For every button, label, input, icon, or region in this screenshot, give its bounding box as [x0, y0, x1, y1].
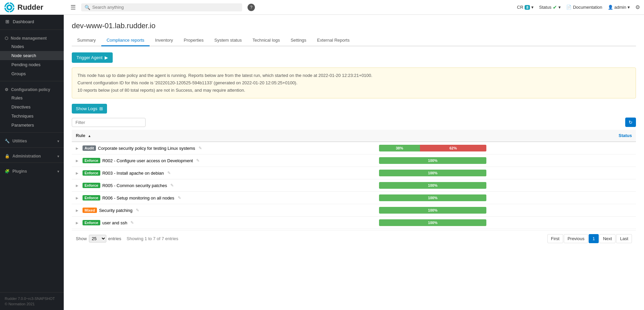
page-btn-first[interactable]: First: [547, 234, 563, 243]
tab-properties[interactable]: Properties: [178, 35, 209, 46]
tab-compliance-reports[interactable]: Compliance reports: [101, 35, 150, 46]
sidebar-node-management-header[interactable]: ⬡ Node management: [0, 33, 64, 42]
docs-button[interactable]: 📄 Documentation: [566, 5, 602, 10]
edit-icon[interactable]: ✎: [170, 183, 174, 188]
sidebar-item-groups[interactable]: Groups: [0, 69, 64, 78]
col-rule-header[interactable]: Rule ▲: [72, 130, 375, 142]
tab-settings[interactable]: Settings: [285, 35, 312, 46]
rule-name: R005 - Common security patches: [102, 183, 167, 188]
tab-technical-logs[interactable]: Technical logs: [247, 35, 285, 46]
sidebar-pending-nodes-label: Pending nodes: [11, 62, 41, 67]
progress-success: 100%: [379, 207, 486, 214]
sidebar-config-policy-header[interactable]: ⚙ Configuration policy: [0, 84, 64, 93]
status-cell-6: 100%: [375, 217, 636, 229]
sidebar-item-pending-nodes[interactable]: Pending nodes: [0, 60, 64, 69]
sidebar-item-node-search[interactable]: Node search: [0, 51, 64, 60]
table-body: ▶AuditCorporate security policy for test…: [72, 142, 636, 229]
search-bar[interactable]: 🔍: [81, 3, 242, 11]
sidebar-groups-label: Groups: [11, 71, 26, 76]
sidebar-item-parameters[interactable]: Parameters: [0, 121, 64, 130]
edit-icon[interactable]: ✎: [199, 146, 202, 150]
hamburger-icon[interactable]: ☰: [70, 4, 76, 11]
sidebar-node-search-label: Node search: [11, 53, 36, 58]
sidebar-item-nodes[interactable]: Nodes: [0, 42, 64, 51]
edit-icon[interactable]: ✎: [136, 208, 139, 213]
alert-line2: Current configuration ID for this node i…: [77, 79, 630, 87]
entries-info: Showing 1 to 7 of 7 entries: [127, 236, 178, 241]
divider-3: [0, 132, 64, 133]
sidebar-utilities-header[interactable]: 🔧 Utilities ▾: [0, 135, 64, 145]
progress-bar: 100%: [379, 194, 486, 201]
tab-summary[interactable]: Summary: [72, 35, 101, 46]
refresh-button[interactable]: ↻: [625, 118, 636, 127]
sidebar-config-section: ⚙ Configuration policy Rules Directives …: [0, 83, 64, 131]
badge-enforce: Enforce: [83, 183, 100, 188]
badge-enforce: Enforce: [83, 195, 100, 201]
main-content: dev-www-01.lab.rudder.io SummaryComplian…: [64, 15, 644, 310]
sidebar: ⊞ Dashboard ⬡ Node management Nodes Node…: [0, 15, 64, 310]
table-footer: Show 25 50 100 entries Showing 1 to 7 of…: [72, 230, 636, 247]
page-btn-next[interactable]: Next: [599, 234, 616, 243]
edit-icon[interactable]: ✎: [178, 195, 181, 200]
docs-icon: 📄: [566, 5, 572, 10]
sort-icon: ▲: [88, 134, 91, 138]
svg-point-2: [8, 6, 11, 9]
page-btn-1[interactable]: 1: [589, 234, 598, 243]
admin-chevron-icon: ▾: [628, 5, 630, 10]
show-logs-button[interactable]: Show Logs ⊞: [72, 104, 107, 114]
entries-per-page-select[interactable]: 25 50 100: [89, 235, 106, 242]
compliance-alert: This node has up to date policy and the …: [72, 68, 636, 98]
table-row: ▶EnforceR003 - Install apache on debian✎…: [72, 167, 636, 179]
tab-external-reports[interactable]: External Reports: [312, 35, 355, 46]
version-label: Rudder 7.0.0~rc3-SNAPSHOT: [5, 297, 59, 301]
row-expand-icon[interactable]: ▶: [76, 196, 78, 200]
sidebar-admin-section: 🔒 Administration ▾: [0, 149, 64, 161]
entries-label: entries: [108, 236, 121, 241]
sidebar-utilities-section: 🔧 Utilities ▾: [0, 134, 64, 146]
sidebar-administration-header[interactable]: 🔒 Administration ▾: [0, 150, 64, 160]
rule-name: Security patching: [99, 208, 132, 213]
filter-input[interactable]: [72, 118, 146, 127]
sidebar-plugins-header[interactable]: 🧩 Plugins ▾: [0, 166, 64, 175]
trigger-label: Trigger Agent: [76, 55, 103, 60]
sidebar-admin-label: Administration: [12, 154, 41, 159]
layout: ⊞ Dashboard ⬡ Node management Nodes Node…: [0, 15, 644, 310]
sidebar-techniques-label: Techniques: [11, 114, 34, 119]
status-button[interactable]: Status ✔ ▾: [539, 4, 561, 10]
edit-icon[interactable]: ✎: [167, 171, 171, 175]
dashboard-icon: ⊞: [5, 19, 10, 24]
badge-enforce: Enforce: [83, 220, 100, 225]
sidebar-item-rules[interactable]: Rules: [0, 93, 64, 102]
admin-icon: 👤: [608, 5, 613, 10]
row-expand-icon[interactable]: ▶: [76, 146, 78, 150]
trigger-agent-button[interactable]: Trigger Agent ▶: [72, 52, 113, 63]
sidebar-footer: Rudder 7.0.0~rc3-SNAPSHOT © Normation 20…: [0, 292, 64, 310]
badge-enforce: Enforce: [83, 170, 100, 176]
progress-success: 100%: [379, 157, 486, 164]
admin-button[interactable]: 👤 admin ▾: [608, 5, 630, 10]
search-input[interactable]: [92, 5, 239, 10]
page-btn-last[interactable]: Last: [616, 234, 632, 243]
row-expand-icon[interactable]: ▶: [76, 221, 78, 225]
tabs-bar: SummaryCompliance reportsInventoryProper…: [72, 35, 636, 46]
admin-sidebar-icon: 🔒: [5, 154, 10, 159]
row-expand-icon[interactable]: ▶: [76, 171, 78, 175]
tab-system-status[interactable]: System status: [209, 35, 247, 46]
sidebar-item-techniques[interactable]: Techniques: [0, 112, 64, 121]
edit-icon[interactable]: ✎: [130, 220, 134, 225]
cr-button[interactable]: CR 8 ▾: [517, 5, 534, 10]
settings-icon[interactable]: ⚙: [635, 4, 640, 10]
help-icon[interactable]: ?: [248, 4, 255, 11]
row-expand-icon[interactable]: ▶: [76, 184, 78, 187]
edit-icon[interactable]: ✎: [196, 158, 200, 163]
tab-inventory[interactable]: Inventory: [150, 35, 178, 46]
sidebar-item-directives[interactable]: Directives: [0, 102, 64, 112]
docs-label: Documentation: [573, 5, 602, 10]
search-icon: 🔍: [85, 5, 90, 10]
badge-audit: Audit: [83, 145, 96, 151]
page-btn-previous[interactable]: Previous: [564, 234, 588, 243]
row-expand-icon[interactable]: ▶: [76, 209, 78, 212]
sidebar-item-dashboard[interactable]: ⊞ Dashboard: [0, 16, 64, 27]
row-expand-icon[interactable]: ▶: [76, 159, 78, 163]
progress-success: 38%: [379, 145, 420, 151]
